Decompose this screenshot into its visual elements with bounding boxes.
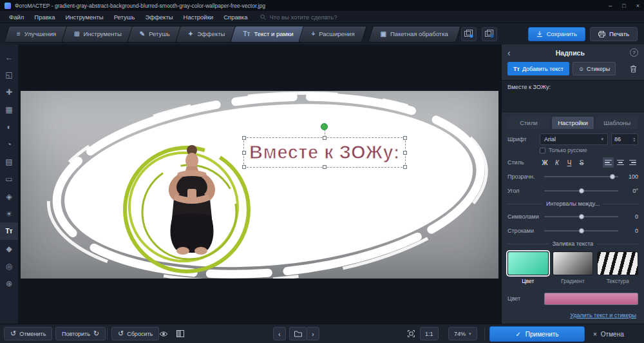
printer-icon	[598, 31, 605, 37]
panel-title: Надпись	[511, 49, 630, 57]
underline-button[interactable]: Ч	[564, 157, 574, 168]
text-tool-icon[interactable]: Tт	[0, 222, 18, 240]
plugins-icon[interactable]: ⊕	[0, 275, 18, 292]
rotation-handle[interactable]	[321, 123, 328, 130]
add-text-button[interactable]: Tт Добавить текст	[507, 62, 569, 75]
photo-artwork	[21, 91, 498, 279]
angle-slider[interactable]	[544, 187, 618, 195]
text-color-bar[interactable]	[544, 293, 638, 305]
light-icon[interactable]: ☀	[0, 205, 18, 222]
tab-styles[interactable]: Стили	[507, 117, 550, 129]
tab-retouch[interactable]: ✎Ретушь	[129, 26, 180, 43]
tab-effects[interactable]: ✦Эффекты	[178, 26, 236, 43]
minimize-icon[interactable]: –	[609, 3, 612, 9]
font-select[interactable]: Arial ▾	[540, 133, 608, 145]
canvas-text[interactable]: Вместе к ЗОЖу:	[249, 142, 400, 163]
tab-enhancements[interactable]: ≡Улучшения	[6, 26, 66, 43]
handle-mid-left[interactable]	[242, 151, 246, 155]
tab-tools[interactable]: ⊞Инструменты	[64, 26, 132, 43]
crop-icon[interactable]: ◱	[0, 66, 18, 83]
tab-extensions[interactable]: +Расширения	[301, 26, 365, 43]
radial-filter-icon[interactable]: ◔	[0, 135, 18, 153]
tab-text-and-frames[interactable]: TтТекст и рамки	[232, 26, 303, 43]
menu-retouch[interactable]: Ретушь	[109, 12, 140, 23]
handle-bottom-center[interactable]	[323, 165, 327, 169]
fill-texture-option[interactable]: Текстура	[597, 251, 638, 284]
tab-templates[interactable]: Шаблоны	[596, 117, 638, 129]
menu-bar: Файл Правка Инструменты Ретушь Эффекты Н…	[0, 11, 644, 23]
split-view-icon	[176, 330, 184, 337]
next-photo-button[interactable]: ›	[307, 327, 319, 340]
target-icon[interactable]: ◎	[0, 257, 18, 275]
menu-file[interactable]: Файл	[4, 12, 29, 23]
batch-import-button[interactable]	[482, 27, 497, 41]
prev-photo-button[interactable]: ‹	[273, 327, 286, 340]
tab-batch-processing[interactable]: ▣Пакетная обработка	[370, 26, 459, 43]
batch-export-button[interactable]	[461, 27, 477, 41]
intervals-expander[interactable]: Интервалы между...	[502, 198, 644, 210]
effects-tool-icon[interactable]: ◈	[0, 188, 18, 205]
handle-mid-right[interactable]	[403, 151, 407, 155]
maximize-icon[interactable]: □	[622, 3, 625, 9]
char-spacing-slider[interactable]	[544, 213, 618, 220]
handle-bottom-left[interactable]	[242, 165, 246, 169]
line-spacing-slider[interactable]	[544, 227, 618, 235]
delete-selected-button[interactable]	[629, 64, 638, 74]
menu-effects[interactable]: Эффекты	[140, 12, 178, 23]
opacity-slider[interactable]	[544, 173, 618, 181]
tab-settings[interactable]: Настройки	[552, 117, 594, 129]
align-left-button[interactable]	[603, 157, 614, 168]
menu-tools[interactable]: Инструменты	[60, 12, 108, 23]
only-russian-checkbox[interactable]	[540, 148, 545, 153]
zoom-1to1-button[interactable]: 1:1	[420, 327, 439, 340]
window-title: ФотоМАСТЕР - gradient-gray-abstract-back…	[15, 3, 265, 9]
menu-edit[interactable]: Правка	[29, 12, 60, 23]
fit-screen-button[interactable]	[404, 327, 417, 340]
heal-icon[interactable]: ✚	[0, 83, 18, 101]
handle-top-center[interactable]	[323, 136, 327, 140]
preview-original-button[interactable]	[156, 327, 171, 340]
font-size-spinner[interactable]: 86 ▴▾	[611, 133, 638, 145]
menu-settings[interactable]: Настройки	[178, 12, 219, 23]
grid-icon[interactable]: ▤	[0, 153, 18, 170]
menu-help[interactable]: Справка	[218, 12, 252, 23]
align-right-button[interactable]	[627, 157, 638, 168]
stickers-button[interactable]: ☺ Стикеры	[573, 62, 616, 75]
reset-button[interactable]: ↺Сбросить	[111, 327, 159, 340]
photo[interactable]: Вместе к ЗОЖу:	[21, 91, 498, 279]
print-button[interactable]: Печать	[590, 27, 638, 41]
apply-button[interactable]: ✓Применить	[489, 326, 585, 342]
spin-down-icon[interactable]: ▾	[633, 139, 635, 142]
font-row: Шрифт Arial ▾ 86 ▴▾	[502, 132, 644, 146]
back-icon[interactable]: ←	[0, 48, 18, 66]
save-button[interactable]: Сохранить	[528, 27, 585, 41]
fill-gradient-option[interactable]: Градиент	[553, 251, 594, 284]
redo-button[interactable]: Повторить↻	[55, 327, 106, 340]
strikethrough-button[interactable]: S	[576, 157, 587, 168]
canvas-area[interactable]: Вместе к ЗОЖу:	[18, 44, 501, 324]
chevron-left-icon: ‹	[278, 330, 281, 338]
bold-button[interactable]: Ж	[540, 157, 550, 168]
handle-top-right[interactable]	[403, 136, 407, 140]
undo-button[interactable]: ↺Отменить	[4, 327, 52, 340]
text-edit-area[interactable]: Вместе к ЗОЖу:	[502, 80, 644, 112]
cancel-button[interactable]: ×Отмена	[588, 327, 629, 341]
search-input[interactable]: Что вы хотите сделать?	[260, 14, 337, 21]
close-icon[interactable]: ×	[636, 3, 639, 9]
align-center-button[interactable]	[615, 157, 626, 168]
zoom-level-button[interactable]: 74%▾	[448, 327, 477, 340]
compare-before-after-button[interactable]	[173, 327, 187, 340]
fill-color-option[interactable]: Цвет	[507, 251, 549, 284]
fill-icon[interactable]: ◆	[0, 240, 18, 257]
text-selection-box[interactable]: Вместе к ЗОЖу:	[243, 137, 406, 168]
handle-top-left[interactable]	[242, 136, 246, 140]
delete-text-stickers-link[interactable]: Удалить текст и стикеры	[502, 308, 644, 324]
help-icon[interactable]: ?	[630, 48, 638, 57]
search-icon	[260, 14, 266, 20]
open-folder-button[interactable]	[289, 327, 307, 340]
italic-button[interactable]: К	[552, 157, 562, 168]
handle-bottom-right[interactable]	[403, 165, 407, 169]
frame-icon[interactable]: ▭	[0, 170, 18, 188]
correction-icon[interactable]: ◐	[0, 118, 18, 135]
clone-stamp-icon[interactable]: ▦	[0, 101, 18, 118]
